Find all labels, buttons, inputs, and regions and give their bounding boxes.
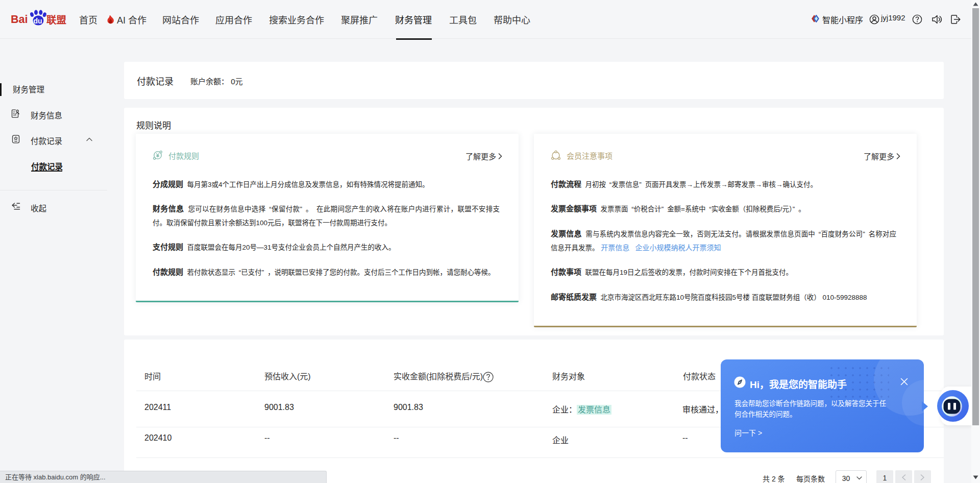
svg-text:联盟: 联盟 — [46, 14, 66, 26]
svg-text:Bai: Bai — [11, 13, 28, 26]
svg-text:du: du — [34, 17, 42, 25]
